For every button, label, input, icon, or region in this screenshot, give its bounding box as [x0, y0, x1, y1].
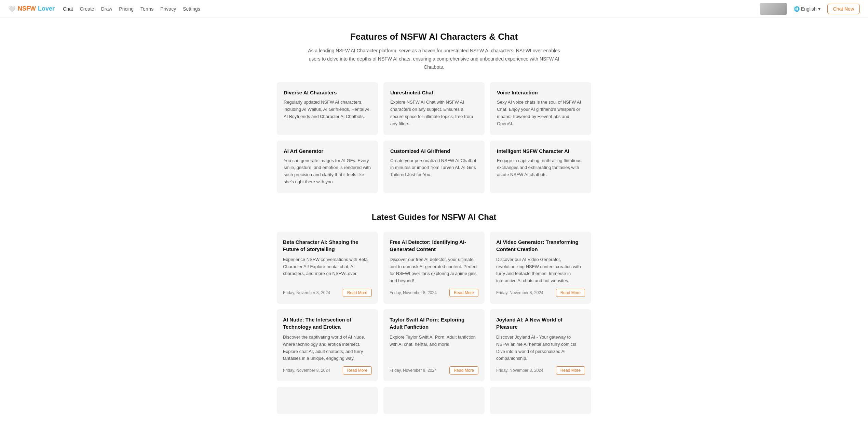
guide-desc-2: Discover our AI Video Generator, revolut…	[496, 256, 585, 285]
read-more-btn-3[interactable]: Read More	[343, 366, 372, 375]
feature-desc-3: You can generate images for AI GFs. Ever…	[284, 157, 371, 186]
guide-desc-0: Experience NSFW conversations with Beta …	[283, 256, 372, 285]
logo-lover: Lover	[38, 5, 55, 12]
nav-create[interactable]: Create	[80, 6, 94, 12]
logo-nsfw: NSFW	[18, 5, 36, 12]
read-more-btn-0[interactable]: Read More	[343, 289, 372, 297]
nav-terms[interactable]: Terms	[140, 6, 153, 12]
feature-title-4: Customized AI Girlfriend	[390, 148, 478, 154]
feature-desc-0: Regularly updated NSFW AI characters, in…	[284, 99, 371, 120]
guide-card-partial-2	[490, 387, 591, 414]
guide-title-5: Joyland AI: A New World of Pleasure	[496, 316, 585, 330]
feature-card-0: Diverse AI Characters Regularly updated …	[277, 82, 378, 135]
translate-icon: 🌐	[794, 6, 800, 12]
guide-card-3: AI Nude: The Intersection of Technology …	[277, 309, 378, 381]
nav-links: Chat Create Draw Pricing Terms Privacy S…	[63, 6, 760, 12]
guide-date-2: Friday, November 8, 2024	[496, 290, 543, 295]
guide-title-0: Beta Character AI: Shaping the Future of…	[283, 238, 372, 253]
feature-card-1: Unrestricted Chat Explore NSFW AI Chat w…	[383, 82, 485, 135]
read-more-btn-1[interactable]: Read More	[449, 289, 478, 297]
nav-draw[interactable]: Draw	[101, 6, 112, 12]
feature-title-1: Unrestricted Chat	[390, 90, 478, 95]
chat-now-button[interactable]: Chat Now	[827, 4, 860, 14]
guide-footer-5: Friday, November 8, 2024 Read More	[496, 366, 585, 375]
guides-grid-bottom	[277, 387, 591, 414]
guide-card-2: AI Video Generator: Transforming Content…	[490, 232, 591, 304]
site-logo[interactable]: 🤍 NSFWLover	[8, 5, 55, 13]
guide-date-3: Friday, November 8, 2024	[283, 368, 330, 373]
guide-footer-2: Friday, November 8, 2024 Read More	[496, 289, 585, 297]
feature-title-5: Intelligent NSFW Character AI	[497, 148, 584, 154]
guide-date-1: Friday, November 8, 2024	[390, 290, 437, 295]
feature-card-3: AI Art Generator You can generate images…	[277, 141, 378, 193]
read-more-btn-5[interactable]: Read More	[556, 366, 585, 375]
guide-footer-4: Friday, November 8, 2024 Read More	[390, 366, 478, 375]
feature-desc-1: Explore NSFW AI Chat with NSFW AI charac…	[390, 99, 478, 127]
guide-card-1: Free AI Detector: Identifying AI-Generat…	[383, 232, 485, 304]
guide-title-4: Taylor Swift AI Porn: Exploring Adult Fa…	[390, 316, 478, 330]
guide-card-partial-1	[383, 387, 485, 414]
features-section: Features of NSFW AI Characters & Chat As…	[277, 31, 591, 193]
guide-footer-1: Friday, November 8, 2024 Read More	[390, 289, 478, 297]
feature-title-2: Voice Interaction	[497, 90, 584, 95]
guide-date-4: Friday, November 8, 2024	[390, 368, 437, 373]
language-selector[interactable]: 🌐 English ▾	[791, 5, 823, 13]
read-more-btn-2[interactable]: Read More	[556, 289, 585, 297]
guide-card-partial-0	[277, 387, 378, 414]
guide-card-5: Joyland AI: A New World of Pleasure Disc…	[490, 309, 591, 381]
nav-privacy[interactable]: Privacy	[160, 6, 176, 12]
read-more-btn-4[interactable]: Read More	[449, 366, 478, 375]
guide-desc-1: Discover our free AI detector, your ulti…	[390, 256, 478, 285]
guides-grid: Beta Character AI: Shaping the Future of…	[277, 232, 591, 381]
guide-footer-0: Friday, November 8, 2024 Read More	[283, 289, 372, 297]
guide-footer-3: Friday, November 8, 2024 Read More	[283, 366, 372, 375]
guides-section: Latest Guides for NSFW AI Chat Beta Char…	[277, 212, 591, 414]
guides-title: Latest Guides for NSFW AI Chat	[277, 212, 591, 222]
feature-title-0: Diverse AI Characters	[284, 90, 371, 95]
feature-desc-4: Create your personalized NSFW AI Chatbot…	[390, 157, 478, 179]
guide-title-3: AI Nude: The Intersection of Technology …	[283, 316, 372, 330]
features-grid: Diverse AI Characters Regularly updated …	[277, 82, 591, 193]
features-description: As a leading NSFW AI Character platform,…	[308, 47, 560, 71]
main-content: Features of NSFW AI Characters & Chat As…	[270, 18, 598, 428]
nav-pricing[interactable]: Pricing	[119, 6, 134, 12]
nav-settings[interactable]: Settings	[183, 6, 200, 12]
feature-desc-5: Engage in captivating, enthralling flirt…	[497, 157, 584, 179]
guide-card-0: Beta Character AI: Shaping the Future of…	[277, 232, 378, 304]
language-label: English	[801, 6, 817, 12]
guide-desc-5: Discover Joyland AI - Your gateway to NS…	[496, 334, 585, 362]
guide-date-5: Friday, November 8, 2024	[496, 368, 543, 373]
feature-desc-2: Sexy AI voice chats is the soul of NSFW …	[497, 99, 584, 127]
guide-title-2: AI Video Generator: Transforming Content…	[496, 238, 585, 253]
logo-heart-icon: 🤍	[8, 5, 16, 13]
feature-card-5: Intelligent NSFW Character AI Engage in …	[490, 141, 591, 193]
feature-title-3: AI Art Generator	[284, 148, 371, 154]
guide-desc-4: Explore Taylor Swift AI Porn: Adult fanf…	[390, 334, 478, 362]
guide-card-4: Taylor Swift AI Porn: Exploring Adult Fa…	[383, 309, 485, 381]
guide-title-1: Free AI Detector: Identifying AI-Generat…	[390, 238, 478, 253]
features-title: Features of NSFW AI Characters & Chat	[277, 31, 591, 42]
feature-card-4: Customized AI Girlfriend Create your per…	[383, 141, 485, 193]
navbar-right: 🌐 English ▾ Chat Now	[760, 3, 860, 15]
user-avatar	[760, 3, 787, 15]
chevron-down-icon: ▾	[818, 6, 820, 12]
guide-date-0: Friday, November 8, 2024	[283, 290, 330, 295]
navbar: 🤍 NSFWLover Chat Create Draw Pricing Ter…	[0, 0, 868, 18]
nav-chat[interactable]: Chat	[63, 6, 73, 12]
feature-card-2: Voice Interaction Sexy AI voice chats is…	[490, 82, 591, 135]
guide-desc-3: Discover the captivating world of AI Nud…	[283, 334, 372, 362]
